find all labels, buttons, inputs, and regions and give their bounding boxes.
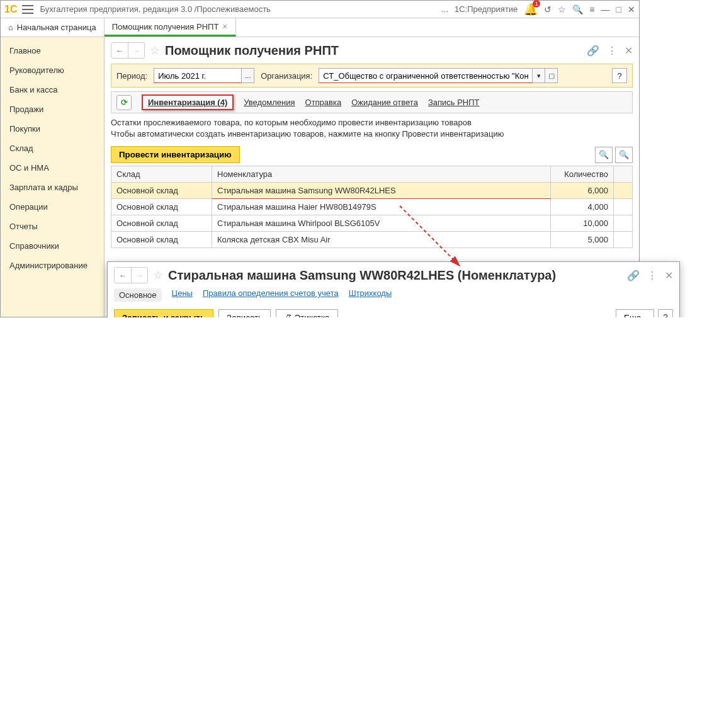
ow-kebab-icon[interactable]: ⋮ [647,270,657,282]
close-icon[interactable]: ✕ [628,4,635,14]
help-button[interactable]: ? [612,68,627,83]
sidebar-item-catalogs[interactable]: Справочники [1,236,104,256]
ow-tab-barcodes[interactable]: Штрихкоды [349,288,392,302]
save-close-button[interactable]: Записать и закрыть [114,309,213,317]
ow-nav-fwd[interactable]: → [131,268,147,283]
nav-back-button[interactable]: ← [111,43,128,58]
link-icon[interactable]: 🔗 [587,45,599,57]
tab-rnpt-helper[interactable]: Помощник получения РНПТ × [105,18,236,37]
page-title: Помощник получения РНПТ [165,43,582,58]
star-icon[interactable]: ☆ [150,43,160,57]
settings-icon[interactable]: ≡ [589,4,594,14]
col-sklad[interactable]: Склад [111,166,212,183]
sidebar-item-salary[interactable]: Зарплата и кадры [1,178,104,197]
minimize-icon[interactable]: — [601,4,610,14]
notifications-icon[interactable]: 🔔1 [524,3,538,16]
ow-tab-main[interactable]: Основное [114,288,162,302]
app-title: Бухгалтерия предприятия, редакция 3.0 /П… [40,4,441,14]
home-icon: ⌂ [8,23,13,32]
org-label: Организация: [261,71,312,81]
sidebar-item-sales[interactable]: Продажи [1,100,104,119]
period-label: Период: [116,71,147,81]
refresh-button[interactable]: ⟳ [116,95,132,110]
tabsbar: ⌂ Начальная страница Помощник получения … [1,18,639,37]
sidebar-item-admin[interactable]: Администрирование [1,256,104,275]
ow-help-button[interactable]: ? [658,309,673,317]
sidebar-item-assets[interactable]: ОС и НМА [1,158,104,178]
ow-link-icon[interactable]: 🔗 [627,270,640,282]
tab-close-icon[interactable]: × [222,21,227,31]
sidebar-item-main[interactable]: Главное [1,41,104,60]
inventory-table: Склад Номенклатура Количество Основной с… [111,166,633,248]
logo-1c: 1C [4,4,17,15]
maximize-icon[interactable]: □ [616,4,621,14]
sidebar-item-reports[interactable]: Отчеты [1,217,104,236]
kebab-icon[interactable]: ⋮ [607,45,617,57]
org-input[interactable] [319,68,533,83]
save-button[interactable]: Записать [218,309,271,317]
org-dropdown-button[interactable]: ▾ [533,68,545,83]
print-icon: 🖨 [284,313,295,317]
platform-label: 1С:Предприятие [455,4,518,14]
table-row[interactable]: Основной складКоляска детская CBX Misu A… [111,232,633,248]
ow-tab-prices[interactable]: Цены [172,288,193,302]
sidebar-item-manager[interactable]: Руководителю [1,60,104,80]
find-button[interactable]: 🔍 [595,147,613,163]
table-row[interactable]: Основной складСтиральная машина Whirlpoo… [111,215,633,232]
tab-send[interactable]: Отправка [305,98,342,107]
label-button[interactable]: 🖨 Этикетка [276,309,337,317]
ow-nav-back[interactable]: ← [115,268,131,283]
ow-star-icon[interactable]: ☆ [153,268,163,282]
table-row[interactable]: Основной складСтиральная машина Haier HW… [111,199,633,215]
table-row[interactable]: Основной складСтиральная машина Samsung … [111,183,633,199]
description: Остатки прослеживаемого товара, по котор… [111,117,633,140]
sidebar-item-warehouse[interactable]: Склад [1,139,104,158]
org-open-button[interactable]: ▢ [545,68,558,83]
period-picker-button[interactable]: ... [242,68,254,83]
find-cancel-button[interactable]: 🔍 [615,147,633,163]
filterbar: Период: ... Организация: ▾ ▢ ? [111,64,633,88]
sidebar: Главное Руководителю Банк и касса Продаж… [1,37,105,317]
menu-burger-icon[interactable] [22,5,33,14]
search-icon[interactable]: 🔍 [572,4,583,14]
period-input[interactable] [154,68,242,83]
sidebar-item-operations[interactable]: Операции [1,197,104,217]
close-page-icon[interactable]: ✕ [625,45,633,57]
tab-home[interactable]: ⌂ Начальная страница [1,18,105,37]
favorites-icon[interactable]: ☆ [558,4,566,14]
more-button[interactable]: Еще [616,309,654,317]
sidebar-item-purchases[interactable]: Покупки [1,119,104,139]
ow-close-icon[interactable]: ✕ [665,270,673,282]
tab-notifications[interactable]: Уведомления [244,98,295,107]
ow-tab-rules[interactable]: Правила определения счетов учета [203,288,339,302]
tab-record[interactable]: Запись РНПТ [428,98,480,107]
ow-title: Стиральная машина Samsung WW80R42LHES (Н… [168,268,622,283]
tab-wait[interactable]: Ожидание ответа [351,98,418,107]
item-card-window: ← → ☆ Стиральная машина Samsung WW80R42L… [107,261,680,317]
titlebar: 1C Бухгалтерия предприятия, редакция 3.0… [1,1,639,18]
run-inventory-button[interactable]: Провести инвентаризацию [111,146,240,163]
sidebar-item-bank[interactable]: Банк и касса [1,80,104,100]
col-qty[interactable]: Количество [551,166,614,183]
app-title-dots: ... [441,4,448,14]
history-icon[interactable]: ↺ [544,4,551,14]
nav-fwd-button[interactable]: → [128,43,144,58]
col-nomen[interactable]: Номенклатура [212,166,551,183]
tab-inventory[interactable]: Инвентаризация (4) [142,94,234,110]
